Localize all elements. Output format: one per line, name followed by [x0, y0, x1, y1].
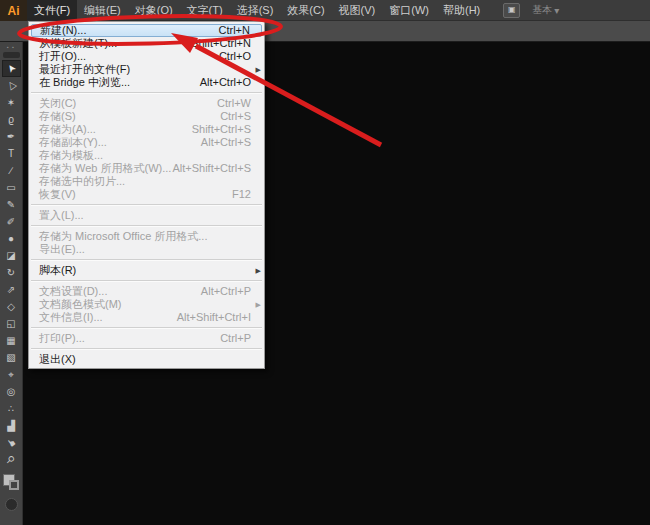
- drawing-mode-icon[interactable]: [5, 498, 18, 511]
- menu-item-new-from-template[interactable]: 从模板新建(T)... Shift+Ctrl+N: [29, 37, 264, 50]
- tools-panel-grip[interactable]: ▪ ▪: [7, 44, 15, 51]
- tool-line-segment[interactable]: ∕: [2, 162, 21, 179]
- menu-item-export: 导出(E)...: [29, 243, 264, 256]
- menu-item-place: 置入(L)...: [29, 209, 264, 222]
- menubar-item-file[interactable]: 文件(F): [27, 0, 77, 20]
- tool-eraser[interactable]: ◪: [2, 247, 21, 264]
- menu-item-save-for-web: 存储为 Web 所用格式(W)... Alt+Shift+Ctrl+S: [29, 162, 264, 175]
- selection-tool-icon: ➤: [2, 60, 21, 77]
- menu-item-shortcut: Ctrl+O: [219, 50, 260, 63]
- fill-stroke-swatches[interactable]: [3, 474, 19, 490]
- lasso-tool-icon: ϱ: [8, 111, 14, 128]
- menu-item-new[interactable]: 新建(N)... Ctrl+N: [31, 24, 262, 37]
- menu-item-open-recent[interactable]: 最近打开的文件(F) ▶: [29, 63, 264, 76]
- symbol-sprayer-tool-icon: ∴: [8, 400, 14, 417]
- menubar-item-object[interactable]: 对象(O): [128, 0, 180, 20]
- menu-separator: [29, 345, 264, 353]
- tool-type[interactable]: T: [2, 145, 21, 162]
- menu-item-save-as: 存储为(A)... Shift+Ctrl+S: [29, 123, 264, 136]
- tool-scale[interactable]: ⇗: [2, 281, 21, 298]
- blend-tool-icon: ◎: [7, 383, 16, 400]
- menu-item-label: 新建(N)...: [40, 24, 86, 37]
- menu-item-shortcut: Alt+Shift+Ctrl+S: [172, 162, 260, 175]
- stroke-color-swatch[interactable]: [9, 480, 19, 490]
- menu-separator: [29, 277, 264, 285]
- menu-item-label: 导出(E)...: [39, 243, 85, 256]
- tool-rotate[interactable]: ↻: [2, 264, 21, 281]
- tool-gradient[interactable]: ▧: [2, 349, 21, 366]
- menu-item-label: 打印(P)...: [39, 332, 85, 345]
- zoom-tool-icon: ⚲: [2, 451, 19, 468]
- menu-item-shortcut: Alt+Ctrl+O: [200, 76, 260, 89]
- menu-item-label: 打开(O)...: [39, 50, 86, 63]
- tool-rectangle[interactable]: ▭: [2, 179, 21, 196]
- tool-blob-brush[interactable]: ●: [2, 230, 21, 247]
- tool-paintbrush[interactable]: ✎: [2, 196, 21, 213]
- gradient-tool-icon: ▧: [6, 349, 15, 366]
- tool-symbol-sprayer[interactable]: ∴: [2, 400, 21, 417]
- menubar-item-effect[interactable]: 效果(C): [280, 0, 331, 20]
- pencil-tool-icon: ✐: [7, 213, 15, 230]
- menubar-item-type[interactable]: 文字(T): [180, 0, 230, 20]
- rectangle-tool-icon: ▭: [6, 179, 15, 196]
- paintbrush-tool-icon: ✎: [7, 196, 15, 213]
- menu-item-shortcut: Ctrl+S: [220, 110, 260, 123]
- tools-panel-collapse-handle[interactable]: [3, 52, 20, 58]
- menu-item-label: 文件信息(I)...: [39, 311, 103, 324]
- menubar-item-view[interactable]: 视图(V): [332, 0, 383, 20]
- tool-column-graph[interactable]: ▟: [2, 417, 21, 434]
- menu-item-document-color-mode: 文档颜色模式(M) ▶: [29, 298, 264, 311]
- tool-width[interactable]: ◇: [2, 298, 21, 315]
- menu-separator: [29, 201, 264, 209]
- menu-item-shortcut: Shift+Ctrl+N: [191, 37, 260, 50]
- menubar-item-select[interactable]: 选择(S): [230, 0, 281, 20]
- menubar-item-window[interactable]: 窗口(W): [382, 0, 436, 20]
- menu-separator: [29, 256, 264, 264]
- menu-separator: [29, 89, 264, 97]
- menu-item-label: 存储(S): [39, 110, 76, 123]
- menu-item-save: 存储(S) Ctrl+S: [29, 110, 264, 123]
- tool-eyedropper[interactable]: ⌖: [2, 366, 21, 383]
- tool-blend[interactable]: ◎: [2, 383, 21, 400]
- menubar-item-edit[interactable]: 编辑(E): [77, 0, 128, 20]
- menu-item-save-as-template: 存储为模板...: [29, 149, 264, 162]
- tool-lasso[interactable]: ϱ: [2, 111, 21, 128]
- tool-shape-builder[interactable]: ◱: [2, 315, 21, 332]
- menu-item-label: 置入(L)...: [39, 209, 84, 222]
- illustrator-window: { "app_bar": { "logo": "Ai", "menus": [ …: [0, 0, 650, 525]
- tool-magic-wand[interactable]: ✶: [2, 94, 21, 111]
- menu-item-label: 退出(X): [39, 353, 76, 366]
- tool-zoom[interactable]: ⚲: [2, 451, 21, 468]
- tool-pencil[interactable]: ✐: [2, 213, 21, 230]
- tool-selection[interactable]: ➤: [2, 60, 21, 77]
- menu-item-file-info: 文件信息(I)... Alt+Shift+Ctrl+I: [29, 311, 264, 324]
- shape-builder-tool-icon: ◱: [6, 315, 15, 332]
- menu-item-browse-in-bridge[interactable]: 在 Bridge 中浏览... Alt+Ctrl+O: [29, 76, 264, 89]
- menu-item-label: 存储选中的切片...: [39, 175, 125, 188]
- tool-pen[interactable]: ✒: [2, 128, 21, 145]
- menubar-item-help[interactable]: 帮助(H): [436, 0, 487, 20]
- menu-item-shortcut: Alt+Ctrl+S: [201, 136, 260, 149]
- menu-item-scripts[interactable]: 脚本(R) ▶: [29, 264, 264, 277]
- mesh-tool-icon: ▦: [6, 332, 15, 349]
- tool-direct-selection[interactable]: ▷: [2, 77, 21, 94]
- menu-item-label: 存储副本(Y)...: [39, 136, 107, 149]
- workspace-switcher[interactable]: 基本 ▾: [532, 3, 559, 17]
- menu-item-exit[interactable]: 退出(X): [29, 353, 264, 366]
- width-tool-icon: ◇: [7, 298, 15, 315]
- menu-item-shortcut: Ctrl+W: [217, 97, 260, 110]
- tool-mesh[interactable]: ▦: [2, 332, 21, 349]
- tool-hand[interactable]: ☛: [2, 434, 21, 451]
- menu-item-revert: 恢复(V) F12: [29, 188, 264, 201]
- menu-item-close: 关闭(C) Ctrl+W: [29, 97, 264, 110]
- menu-item-shortcut: Alt+Shift+Ctrl+I: [177, 311, 260, 324]
- menu-item-shortcut: Ctrl+N: [219, 24, 259, 37]
- magic-wand-tool-icon: ✶: [7, 94, 15, 111]
- menu-item-shortcut: F12: [232, 188, 260, 201]
- menu-item-label: 关闭(C): [39, 97, 76, 110]
- menu-item-open[interactable]: 打开(O)... Ctrl+O: [29, 50, 264, 63]
- menu-item-document-setup: 文档设置(D)... Alt+Ctrl+P: [29, 285, 264, 298]
- menu-item-print: 打印(P)... Ctrl+P: [29, 332, 264, 345]
- eraser-tool-icon: ◪: [6, 247, 15, 264]
- arrange-documents-icon[interactable]: ▣: [503, 3, 520, 18]
